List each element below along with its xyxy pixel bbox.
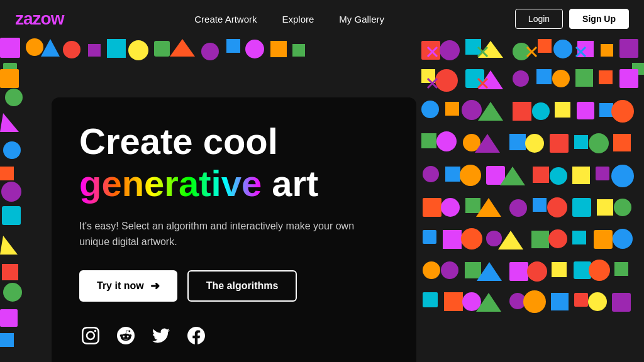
svg-point-75 bbox=[614, 199, 631, 216]
logo-text-suffix: w bbox=[51, 9, 64, 28]
svg-rect-74 bbox=[597, 199, 613, 216]
svg-point-47 bbox=[436, 131, 457, 151]
svg-rect-96 bbox=[423, 292, 438, 307]
svg-rect-26 bbox=[421, 69, 435, 83]
svg-rect-110 bbox=[0, 167, 14, 180]
svg-rect-0 bbox=[0, 38, 20, 58]
hero-title-art: art bbox=[262, 163, 318, 204]
svg-rect-24 bbox=[619, 39, 638, 58]
hero-buttons: Try it now ➜ The algorithms bbox=[79, 270, 389, 302]
login-button[interactable]: Login bbox=[515, 9, 563, 29]
algorithms-button[interactable]: The algorithms bbox=[187, 270, 297, 302]
svg-point-98 bbox=[462, 292, 481, 311]
svg-point-32 bbox=[552, 70, 570, 87]
svg-rect-79 bbox=[486, 231, 502, 246]
svg-point-107 bbox=[5, 89, 23, 106]
svg-rect-59 bbox=[486, 166, 505, 185]
svg-rect-40 bbox=[513, 102, 531, 121]
svg-point-82 bbox=[548, 229, 567, 248]
svg-rect-22 bbox=[577, 41, 594, 57]
try-it-now-button[interactable]: Try it now ➜ bbox=[79, 270, 177, 302]
svg-marker-108 bbox=[0, 113, 19, 132]
logo[interactable]: zazow bbox=[15, 9, 64, 29]
svg-point-78 bbox=[461, 228, 482, 250]
svg-point-62 bbox=[550, 167, 567, 185]
svg-point-7 bbox=[128, 40, 148, 60]
svg-marker-113 bbox=[0, 236, 18, 255]
svg-rect-106 bbox=[0, 69, 19, 88]
hero-title-line1: Create cool bbox=[79, 123, 389, 161]
svg-point-72 bbox=[547, 197, 567, 217]
svg-rect-116 bbox=[0, 309, 18, 327]
svg-rect-44 bbox=[599, 103, 613, 117]
svg-rect-36 bbox=[421, 101, 439, 118]
svg-rect-83 bbox=[572, 231, 586, 244]
social-icons bbox=[79, 324, 389, 347]
svg-rect-52 bbox=[550, 134, 569, 153]
svg-rect-8 bbox=[154, 41, 170, 57]
svg-rect-35 bbox=[619, 69, 638, 88]
svg-rect-53 bbox=[574, 135, 588, 149]
hero-title-line2: generative art bbox=[79, 165, 389, 203]
svg-rect-13 bbox=[270, 41, 287, 57]
svg-rect-71 bbox=[533, 198, 547, 212]
nav-links: Create Artwork Explore My Gallery bbox=[194, 14, 384, 25]
nav-explore[interactable]: Explore bbox=[282, 14, 314, 25]
try-it-now-label: Try it now bbox=[97, 280, 144, 292]
svg-rect-70 bbox=[509, 199, 527, 217]
svg-rect-73 bbox=[572, 198, 591, 217]
svg-rect-92 bbox=[552, 262, 567, 277]
facebook-icon[interactable] bbox=[185, 324, 208, 347]
svg-marker-80 bbox=[498, 231, 523, 250]
svg-rect-30 bbox=[513, 70, 529, 87]
svg-rect-112 bbox=[2, 206, 21, 225]
svg-rect-5 bbox=[88, 44, 101, 57]
svg-point-41 bbox=[532, 102, 550, 120]
svg-marker-3 bbox=[41, 39, 60, 57]
svg-rect-6 bbox=[107, 39, 126, 58]
svg-rect-55 bbox=[613, 134, 631, 151]
svg-rect-4 bbox=[63, 41, 80, 58]
reddit-icon[interactable] bbox=[114, 324, 137, 347]
nav-actions: Login Sign Up bbox=[515, 9, 629, 29]
svg-rect-50 bbox=[509, 134, 526, 150]
svg-rect-11 bbox=[226, 39, 240, 53]
svg-rect-23 bbox=[601, 44, 613, 57]
svg-rect-84 bbox=[594, 230, 613, 249]
svg-rect-42 bbox=[555, 102, 570, 118]
navbar: zazow Create Artwork Explore My Gallery … bbox=[0, 0, 644, 38]
svg-rect-93 bbox=[574, 261, 591, 279]
svg-point-111 bbox=[1, 182, 21, 202]
svg-rect-102 bbox=[551, 293, 569, 310]
nav-create-artwork[interactable]: Create Artwork bbox=[194, 14, 257, 25]
hero-card: Create cool generative art It's easy! Se… bbox=[52, 97, 416, 362]
signup-button[interactable]: Sign Up bbox=[569, 9, 629, 29]
logo-text-prefix: zazo bbox=[15, 9, 51, 28]
instagram-icon[interactable] bbox=[79, 324, 102, 347]
svg-marker-18 bbox=[478, 41, 503, 58]
svg-rect-95 bbox=[614, 262, 628, 276]
svg-point-104 bbox=[588, 292, 607, 311]
svg-rect-56 bbox=[423, 166, 439, 182]
svg-point-115 bbox=[3, 283, 22, 302]
svg-rect-105 bbox=[612, 293, 631, 312]
svg-rect-86 bbox=[423, 261, 440, 279]
svg-point-16 bbox=[440, 40, 460, 60]
svg-rect-57 bbox=[445, 167, 460, 182]
svg-rect-81 bbox=[531, 231, 549, 248]
svg-point-45 bbox=[611, 100, 634, 123]
svg-point-27 bbox=[435, 69, 458, 92]
svg-point-51 bbox=[525, 134, 544, 153]
svg-point-101 bbox=[523, 290, 546, 313]
svg-rect-63 bbox=[572, 167, 590, 184]
svg-point-91 bbox=[527, 261, 547, 282]
svg-point-38 bbox=[462, 100, 482, 120]
svg-point-65 bbox=[611, 165, 634, 187]
svg-point-12 bbox=[245, 40, 264, 58]
svg-rect-31 bbox=[536, 69, 552, 84]
twitter-icon[interactable] bbox=[150, 324, 172, 347]
nav-my-gallery[interactable]: My Gallery bbox=[339, 14, 384, 25]
svg-rect-43 bbox=[577, 102, 594, 119]
svg-rect-33 bbox=[575, 69, 593, 87]
svg-rect-34 bbox=[599, 70, 613, 84]
